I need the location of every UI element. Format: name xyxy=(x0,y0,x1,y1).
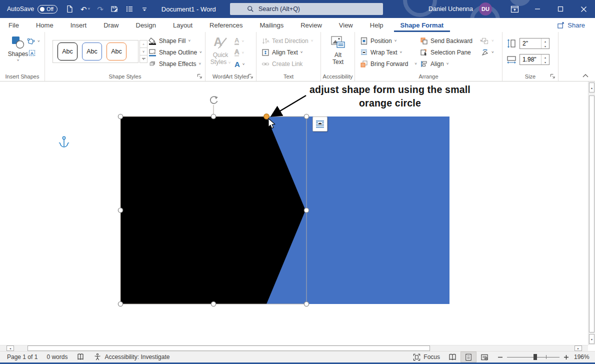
height-up-button[interactable]: ▴ xyxy=(542,38,549,44)
handle-middle-left[interactable] xyxy=(118,208,122,212)
scroll-left-button[interactable]: ◂ xyxy=(6,346,14,351)
horizontal-scroll-thumb[interactable] xyxy=(28,346,430,351)
tab-shape-format[interactable]: Shape Format xyxy=(394,18,450,32)
shape-width-input[interactable] xyxy=(520,54,541,64)
word-count[interactable]: 0 words xyxy=(42,352,72,362)
width-up-button[interactable]: ▴ xyxy=(542,54,549,60)
scroll-down-button[interactable]: ▾ xyxy=(589,334,594,344)
text-direction-button[interactable]: A Text Direction ˅ xyxy=(262,35,313,46)
accessibility-status[interactable]: Accessibility: Investigate xyxy=(89,352,174,362)
zoom-out-button[interactable] xyxy=(498,354,503,360)
print-layout-button[interactable] xyxy=(460,352,476,362)
black-pentagon-shape[interactable] xyxy=(120,116,306,304)
zoom-slider[interactable] xyxy=(507,354,560,360)
text-effects-button[interactable]: A ˅ xyxy=(234,58,245,70)
text-fill-button[interactable]: A ˅ xyxy=(234,36,244,47)
tab-draw[interactable]: Draw xyxy=(97,18,125,32)
shape-fill-button[interactable]: Shape Fill ˅ xyxy=(148,35,190,46)
send-backward-button[interactable]: Send Backward ˅ xyxy=(420,35,482,46)
handle-middle-right[interactable] xyxy=(304,208,308,212)
proofing-button[interactable] xyxy=(72,352,89,362)
handle-top-middle[interactable] xyxy=(211,114,216,118)
autosave-pill[interactable]: Off xyxy=(38,5,58,14)
undo-button[interactable]: ↶ ˅ xyxy=(80,6,90,13)
size-dialog-launcher[interactable] xyxy=(550,74,556,80)
wordart-dialog-launcher[interactable] xyxy=(248,74,254,80)
tab-references[interactable]: References xyxy=(203,18,249,32)
vertical-scrollbar[interactable]: ▴ ▾ xyxy=(588,82,595,345)
zoom-in-button[interactable] xyxy=(564,354,569,360)
zoom-percentage[interactable]: 196% xyxy=(574,354,595,360)
selection-pane-button[interactable]: Selection Pane xyxy=(420,46,471,58)
text-box-button[interactable]: A xyxy=(28,47,36,58)
tab-help[interactable]: Help xyxy=(364,18,390,32)
width-down-button[interactable]: ▾ xyxy=(542,60,549,64)
tab-mailings[interactable]: Mailings xyxy=(254,18,290,32)
gallery-up-button[interactable]: ▴ xyxy=(140,40,148,48)
undo-dropdown-icon[interactable]: ˅ xyxy=(88,7,90,11)
focus-button[interactable]: Focus xyxy=(408,352,444,362)
shapes-button[interactable]: Shapes ˅ xyxy=(6,36,30,62)
bullet-list-button[interactable] xyxy=(126,5,134,13)
tab-home[interactable]: Home xyxy=(30,18,60,32)
web-layout-button[interactable] xyxy=(476,352,492,362)
tab-design[interactable]: Design xyxy=(130,18,162,32)
bring-forward-chevron[interactable]: ˅ xyxy=(414,62,417,66)
handle-top-left[interactable] xyxy=(118,114,122,118)
tab-view[interactable]: View xyxy=(332,18,360,32)
text-outline-button[interactable]: A ˅ xyxy=(234,47,244,58)
shape-style-preset-orange[interactable]: Abc xyxy=(106,42,126,60)
scroll-up-button[interactable]: ▴ xyxy=(589,82,594,92)
group-objects-button[interactable]: ˅ xyxy=(481,35,494,46)
bring-forward-button[interactable]: Bring Forward ˅ xyxy=(360,58,416,70)
gallery-down-button[interactable]: ˅ xyxy=(140,48,148,56)
avatar[interactable]: DU xyxy=(479,2,492,16)
quick-styles-button[interactable]: A Quick Styles ˅ xyxy=(208,35,232,66)
create-link-button[interactable]: Create Link xyxy=(262,58,302,70)
handle-bottom-left[interactable] xyxy=(118,302,122,306)
handle-bottom-middle[interactable] xyxy=(211,302,216,306)
shape-height-input[interactable] xyxy=(520,38,541,48)
wrap-text-button[interactable]: Wrap Text ˅ xyxy=(360,46,402,58)
save-button[interactable] xyxy=(110,5,118,13)
horizontal-scrollbar[interactable]: ◂ ▸ xyxy=(0,345,588,351)
tab-layout[interactable]: Layout xyxy=(166,18,199,32)
align-button[interactable]: Align ˅ xyxy=(420,58,448,70)
handle-top-right[interactable] xyxy=(304,114,308,118)
minimize-button[interactable] xyxy=(526,0,549,18)
autosave-toggle[interactable]: AutoSave Off xyxy=(7,5,58,14)
close-button[interactable] xyxy=(572,0,595,18)
tab-file[interactable]: File xyxy=(2,18,26,32)
document-canvas[interactable]: adjust shape form using the small orange… xyxy=(0,82,588,345)
page-indicator[interactable]: Page 1 of 1 xyxy=(0,352,42,362)
collapse-ribbon-button[interactable] xyxy=(581,72,590,79)
read-mode-button[interactable] xyxy=(444,352,460,362)
search-input[interactable]: Search (Alt+Q) xyxy=(230,3,383,15)
maximize-button[interactable] xyxy=(549,0,572,18)
rotate-handle[interactable] xyxy=(210,96,218,104)
alt-text-button[interactable]: AltText xyxy=(326,35,350,66)
rotate-button[interactable]: ˅ xyxy=(481,46,494,58)
share-button[interactable]: Share xyxy=(557,20,585,31)
tab-insert[interactable]: Insert xyxy=(64,18,94,32)
redo-button[interactable]: ↷ xyxy=(97,6,104,13)
height-down-button[interactable]: ▾ xyxy=(542,44,549,48)
edit-shape-button[interactable]: ˅ xyxy=(27,36,40,47)
zoom-slider-thumb[interactable] xyxy=(534,354,537,360)
shape-style-preset-blue[interactable]: Abc xyxy=(82,42,102,60)
shape-outline-button[interactable]: Shape Outline ˅ xyxy=(148,46,202,58)
layout-options-button[interactable] xyxy=(312,116,328,132)
position-button[interactable]: Position ˅ xyxy=(360,35,396,46)
tab-review[interactable]: Review xyxy=(294,18,328,32)
gallery-more-button[interactable]: ˅ xyxy=(140,56,148,63)
handle-bottom-right[interactable] xyxy=(304,302,308,306)
scroll-right-button[interactable]: ▸ xyxy=(574,346,582,351)
shape-styles-dialog-launcher[interactable] xyxy=(197,74,203,80)
customize-qat-button[interactable] xyxy=(140,5,148,13)
ribbon-display-options-button[interactable] xyxy=(503,0,526,18)
align-text-button[interactable]: Align Text ˅ xyxy=(262,46,302,58)
shape-style-preset-black[interactable]: Abc xyxy=(58,42,78,60)
shape-effects-button[interactable]: Shape Effects ˅ xyxy=(148,58,201,70)
vertical-scroll-thumb[interactable] xyxy=(589,96,594,332)
new-document-button[interactable] xyxy=(66,5,74,13)
